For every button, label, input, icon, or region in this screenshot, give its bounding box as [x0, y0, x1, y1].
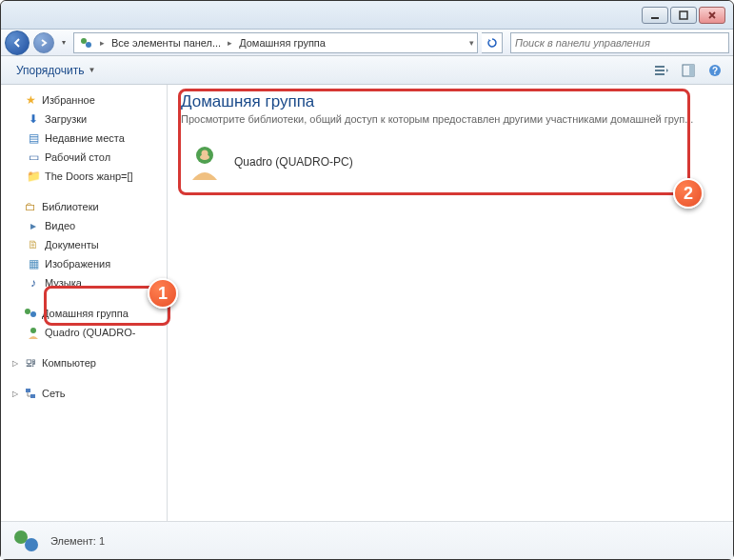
statusbar: Элемент: 1	[1, 521, 733, 559]
organize-label: Упорядочить	[16, 64, 84, 77]
breadcrumb-chevron[interactable]: ▸	[97, 33, 108, 52]
arrow-left-icon	[11, 37, 23, 49]
homegroup-large-icon	[10, 526, 41, 556]
svg-rect-1	[680, 11, 687, 19]
forward-button[interactable]	[33, 32, 54, 53]
help-button[interactable]: ?	[704, 60, 725, 81]
sidebar-item-label: Рабочий стол	[45, 151, 110, 163]
sidebar-item-label: Домашняя группа	[42, 308, 129, 319]
sidebar-item-label: Quadro (QUADRO-	[45, 327, 135, 338]
close-button[interactable]	[699, 7, 725, 24]
sidebar-item-label: Музыка	[45, 277, 82, 289]
titlebar	[1, 1, 733, 30]
sidebar-item-video[interactable]: ▸ Видео	[1, 216, 167, 235]
preview-icon	[682, 64, 695, 77]
sidebar-item-recent[interactable]: ▤ Недавние места	[1, 129, 167, 148]
homegroup-nav: Домашняя группа Quadro (QUADRO-	[1, 304, 167, 342]
sidebar-item-quadro[interactable]: Quadro (QUADRO-	[1, 323, 167, 342]
svg-point-18	[202, 150, 208, 157]
annotation-badge-1: 1	[148, 278, 178, 309]
sidebar-item-music[interactable]: ♪ Музыка	[1, 273, 167, 292]
chevron-down-icon: ▼	[88, 66, 95, 74]
svg-point-20	[25, 538, 38, 551]
explorer-window: ▾ ▸ Все элементы панел... ▸ Домашняя гру…	[0, 0, 734, 560]
sidebar-item-label: The Doors жанр=[]	[45, 170, 133, 182]
svg-point-13	[30, 328, 36, 333]
sidebar-item-homegroup[interactable]: Домашняя группа	[1, 304, 167, 323]
svg-point-12	[30, 311, 36, 317]
svg-rect-8	[689, 65, 694, 76]
sidebar-item-desktop[interactable]: ▭ Рабочий стол	[1, 148, 167, 167]
page-title: Домашняя группа	[181, 92, 720, 111]
toolbar-right: ?	[651, 60, 725, 81]
sidebar-item-documents[interactable]: 🗎 Документы	[1, 235, 167, 254]
navigation-pane: ★ Избранное ⬇ Загрузки ▤ Недавние места …	[1, 85, 168, 521]
sidebar-item-label: Изображения	[45, 258, 110, 270]
organize-button[interactable]: Упорядочить ▼	[9, 60, 103, 81]
sidebar-item-downloads[interactable]: ⬇ Загрузки	[1, 110, 167, 129]
address-bar[interactable]: ▸ Все элементы панел... ▸ Домашняя групп…	[73, 32, 478, 53]
svg-rect-4	[655, 66, 665, 68]
back-button[interactable]	[5, 30, 30, 55]
user-icon	[26, 325, 41, 340]
maximize-button[interactable]	[670, 7, 697, 24]
svg-point-11	[25, 309, 30, 314]
user-avatar-icon	[185, 142, 225, 182]
libraries-group: 🗀 Библиотеки ▸ Видео 🗎 Документы ▦ Изобр…	[1, 197, 167, 292]
sidebar-item-network[interactable]: ▷ Сеть	[1, 384, 167, 403]
svg-rect-15	[30, 394, 35, 398]
sidebar-item-label: Сеть	[42, 388, 65, 399]
expand-icon: ▷	[10, 390, 19, 398]
annotation-badge-2: 2	[673, 178, 704, 209]
minimize-button[interactable]	[642, 7, 668, 24]
computer-group: ▷ 🖳 Компьютер	[1, 353, 167, 372]
member-name: Quadro (QUADRO-PC)	[234, 155, 353, 169]
maximize-icon	[679, 10, 688, 20]
history-dropdown[interactable]: ▾	[58, 33, 69, 52]
svg-rect-5	[655, 70, 665, 71]
address-dropdown[interactable]: ▾	[466, 33, 477, 52]
view-icon	[654, 64, 669, 77]
svg-point-3	[86, 42, 91, 48]
folder-icon: 📁	[26, 169, 41, 184]
sidebar-item-doors[interactable]: 📁 The Doors жанр=[]	[1, 167, 167, 186]
sidebar-item-libraries[interactable]: 🗀 Библиотеки	[1, 197, 167, 216]
breadcrumb-icon[interactable]	[74, 33, 97, 52]
sidebar-item-images[interactable]: ▦ Изображения	[1, 254, 167, 273]
sidebar-item-label: Компьютер	[42, 357, 96, 369]
status-text: Элемент: 1	[50, 535, 105, 547]
svg-rect-14	[26, 389, 30, 392]
recent-icon: ▤	[26, 130, 41, 146]
help-icon: ?	[708, 64, 722, 77]
sidebar-item-label: Документы	[45, 239, 99, 250]
sidebar-item-label: Загрузки	[45, 113, 87, 125]
homegroup-member[interactable]: Quadro (QUADRO-PC)	[181, 138, 720, 186]
downloads-icon: ⬇	[26, 111, 41, 127]
search-input[interactable]	[515, 37, 724, 49]
music-icon: ♪	[26, 275, 41, 290]
expand-icon	[10, 310, 19, 318]
status-icon	[10, 526, 41, 556]
toolbar: Упорядочить ▼ ?	[1, 56, 733, 85]
favorites-group: ★ Избранное ⬇ Загрузки ▤ Недавние места …	[1, 90, 167, 186]
svg-rect-6	[655, 73, 665, 75]
content-pane: Домашняя группа Просмотрите библиотеки, …	[168, 85, 733, 521]
sidebar-item-label: Видео	[45, 220, 75, 231]
network-group: ▷ Сеть	[1, 384, 167, 403]
network-icon	[23, 386, 38, 401]
refresh-button[interactable]	[482, 32, 503, 53]
breadcrumb-chevron[interactable]: ▸	[225, 33, 235, 52]
libraries-icon: 🗀	[23, 199, 38, 214]
expand-icon	[10, 96, 19, 105]
svg-rect-0	[651, 17, 659, 19]
sidebar-item-computer[interactable]: ▷ 🖳 Компьютер	[1, 353, 167, 372]
breadcrumb-segment[interactable]: Домашняя группа	[235, 33, 329, 52]
page-description: Просмотрите библиотеки, общий доступ к к…	[181, 113, 720, 125]
search-box[interactable]	[510, 32, 729, 53]
breadcrumb-segment[interactable]: Все элементы панел...	[108, 33, 225, 52]
preview-pane-button[interactable]	[678, 60, 699, 81]
homegroup-icon	[78, 35, 93, 50]
desktop-icon: ▭	[26, 150, 41, 165]
sidebar-item-favorites[interactable]: ★ Избранное	[1, 90, 167, 110]
view-button[interactable]	[651, 60, 672, 81]
